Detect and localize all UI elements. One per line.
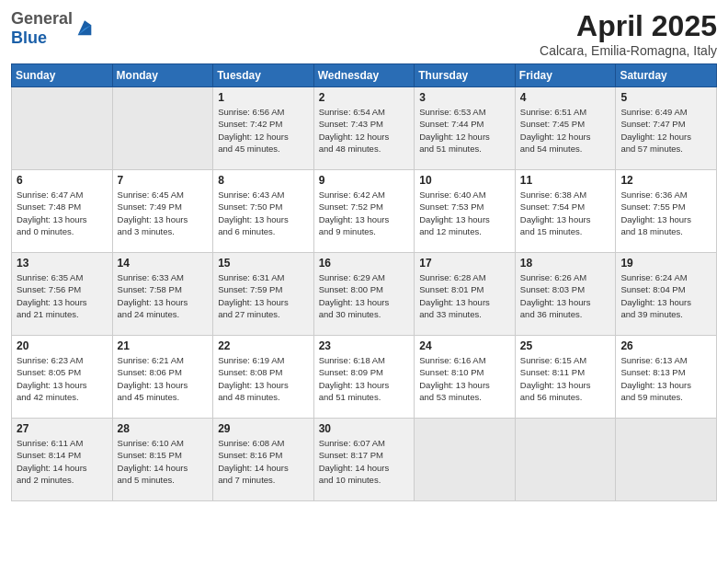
- day-number: 10: [419, 174, 510, 187]
- weekday-header-wednesday: Wednesday: [313, 64, 415, 87]
- calendar-cell: 8Sunrise: 6:43 AM Sunset: 7:50 PM Daylig…: [213, 170, 314, 253]
- day-info: Sunrise: 6:24 AM Sunset: 8:04 PM Dayligh…: [620, 271, 711, 320]
- day-info: Sunrise: 6:51 AM Sunset: 7:45 PM Dayligh…: [520, 106, 611, 155]
- weekday-header-friday: Friday: [515, 64, 616, 87]
- day-number: 9: [319, 174, 410, 187]
- weekday-header-thursday: Thursday: [415, 64, 516, 87]
- day-info: Sunrise: 6:56 AM Sunset: 7:42 PM Dayligh…: [218, 106, 309, 155]
- calendar-cell: 18Sunrise: 6:26 AM Sunset: 8:03 PM Dayli…: [515, 253, 616, 336]
- day-number: 26: [620, 339, 711, 352]
- day-number: 20: [17, 339, 108, 352]
- day-info: Sunrise: 6:49 AM Sunset: 7:47 PM Dayligh…: [620, 106, 711, 155]
- week-row-2: 6Sunrise: 6:47 AM Sunset: 7:48 PM Daylig…: [12, 170, 717, 253]
- day-number: 24: [419, 339, 510, 352]
- day-info: Sunrise: 6:47 AM Sunset: 7:48 PM Dayligh…: [17, 189, 108, 237]
- day-number: 22: [218, 339, 309, 352]
- week-row-3: 13Sunrise: 6:35 AM Sunset: 7:56 PM Dayli…: [12, 253, 717, 336]
- day-info: Sunrise: 6:21 AM Sunset: 8:06 PM Dayligh…: [118, 354, 209, 403]
- calendar-cell: 15Sunrise: 6:31 AM Sunset: 7:59 PM Dayli…: [213, 253, 314, 336]
- day-number: 8: [218, 174, 309, 187]
- day-info: Sunrise: 6:23 AM Sunset: 8:05 PM Dayligh…: [17, 354, 108, 403]
- calendar-cell: 17Sunrise: 6:28 AM Sunset: 8:01 PM Dayli…: [415, 253, 516, 336]
- day-info: Sunrise: 6:11 AM Sunset: 8:14 PM Dayligh…: [17, 437, 108, 486]
- calendar-cell: [616, 419, 717, 501]
- day-number: 27: [17, 422, 108, 435]
- logo: General Blue: [11, 9, 95, 48]
- calendar-cell: 25Sunrise: 6:15 AM Sunset: 8:11 PM Dayli…: [515, 336, 616, 419]
- calendar-cell: 7Sunrise: 6:45 AM Sunset: 7:49 PM Daylig…: [112, 170, 213, 253]
- day-info: Sunrise: 6:19 AM Sunset: 8:08 PM Dayligh…: [218, 354, 309, 403]
- month-title: April 2025: [540, 9, 717, 43]
- day-number: 19: [620, 257, 711, 270]
- calendar-cell: 9Sunrise: 6:42 AM Sunset: 7:52 PM Daylig…: [313, 170, 415, 253]
- location-title: Calcara, Emilia-Romagna, Italy: [540, 43, 717, 58]
- calendar-cell: 26Sunrise: 6:13 AM Sunset: 8:13 PM Dayli…: [616, 336, 717, 419]
- day-info: Sunrise: 6:10 AM Sunset: 8:15 PM Dayligh…: [118, 437, 209, 486]
- day-info: Sunrise: 6:15 AM Sunset: 8:11 PM Dayligh…: [520, 354, 611, 403]
- calendar-cell: 27Sunrise: 6:11 AM Sunset: 8:14 PM Dayli…: [12, 419, 113, 501]
- calendar-cell: [415, 419, 516, 501]
- day-info: Sunrise: 6:07 AM Sunset: 8:17 PM Dayligh…: [319, 437, 410, 486]
- day-number: 30: [319, 422, 410, 435]
- weekday-header-tuesday: Tuesday: [213, 64, 314, 87]
- calendar-cell: 14Sunrise: 6:33 AM Sunset: 7:58 PM Dayli…: [112, 253, 213, 336]
- day-number: 1: [218, 91, 309, 104]
- calendar-cell: 19Sunrise: 6:24 AM Sunset: 8:04 PM Dayli…: [616, 253, 717, 336]
- weekday-header-row: SundayMondayTuesdayWednesdayThursdayFrid…: [12, 64, 717, 87]
- day-info: Sunrise: 6:31 AM Sunset: 7:59 PM Dayligh…: [218, 271, 309, 320]
- calendar-cell: [112, 87, 213, 170]
- day-number: 4: [520, 91, 611, 104]
- day-number: 17: [419, 257, 510, 270]
- logo-general: General: [11, 9, 73, 28]
- calendar-cell: 11Sunrise: 6:38 AM Sunset: 7:54 PM Dayli…: [515, 170, 616, 253]
- day-number: 5: [620, 91, 711, 104]
- week-row-4: 20Sunrise: 6:23 AM Sunset: 8:05 PM Dayli…: [12, 336, 717, 419]
- day-info: Sunrise: 6:40 AM Sunset: 7:53 PM Dayligh…: [419, 189, 510, 237]
- week-row-1: 1Sunrise: 6:56 AM Sunset: 7:42 PM Daylig…: [12, 87, 717, 170]
- day-number: 14: [118, 257, 209, 270]
- day-number: 2: [319, 91, 410, 104]
- day-number: 3: [419, 91, 510, 104]
- weekday-header-monday: Monday: [112, 64, 213, 87]
- calendar-cell: 1Sunrise: 6:56 AM Sunset: 7:42 PM Daylig…: [213, 87, 314, 170]
- calendar-cell: 5Sunrise: 6:49 AM Sunset: 7:47 PM Daylig…: [616, 87, 717, 170]
- day-number: 6: [17, 174, 108, 187]
- calendar-cell: 23Sunrise: 6:18 AM Sunset: 8:09 PM Dayli…: [313, 336, 415, 419]
- week-row-5: 27Sunrise: 6:11 AM Sunset: 8:14 PM Dayli…: [12, 419, 717, 501]
- calendar-cell: 24Sunrise: 6:16 AM Sunset: 8:10 PM Dayli…: [415, 336, 516, 419]
- day-number: 28: [118, 422, 209, 435]
- calendar-cell: [515, 419, 616, 501]
- calendar-container: General Blue April 2025 Calcara, Emilia-…: [0, 0, 728, 563]
- day-info: Sunrise: 6:08 AM Sunset: 8:16 PM Dayligh…: [218, 437, 309, 486]
- day-info: Sunrise: 6:13 AM Sunset: 8:13 PM Dayligh…: [620, 354, 711, 403]
- day-info: Sunrise: 6:26 AM Sunset: 8:03 PM Dayligh…: [520, 271, 611, 320]
- calendar-cell: 30Sunrise: 6:07 AM Sunset: 8:17 PM Dayli…: [313, 419, 415, 501]
- day-number: 15: [218, 257, 309, 270]
- day-number: 13: [17, 257, 108, 270]
- calendar-cell: 21Sunrise: 6:21 AM Sunset: 8:06 PM Dayli…: [112, 336, 213, 419]
- calendar-cell: 28Sunrise: 6:10 AM Sunset: 8:15 PM Dayli…: [112, 419, 213, 501]
- logo-icon: [74, 18, 95, 39]
- weekday-header-sunday: Sunday: [12, 64, 113, 87]
- day-number: 23: [319, 339, 410, 352]
- day-number: 25: [520, 339, 611, 352]
- day-info: Sunrise: 6:38 AM Sunset: 7:54 PM Dayligh…: [520, 189, 611, 237]
- calendar-cell: 3Sunrise: 6:53 AM Sunset: 7:44 PM Daylig…: [415, 87, 516, 170]
- day-info: Sunrise: 6:36 AM Sunset: 7:55 PM Dayligh…: [620, 189, 711, 237]
- calendar-cell: 20Sunrise: 6:23 AM Sunset: 8:05 PM Dayli…: [12, 336, 113, 419]
- calendar-cell: 6Sunrise: 6:47 AM Sunset: 7:48 PM Daylig…: [12, 170, 113, 253]
- day-info: Sunrise: 6:28 AM Sunset: 8:01 PM Dayligh…: [419, 271, 510, 320]
- day-number: 16: [319, 257, 410, 270]
- calendar-cell: 22Sunrise: 6:19 AM Sunset: 8:08 PM Dayli…: [213, 336, 314, 419]
- day-info: Sunrise: 6:54 AM Sunset: 7:43 PM Dayligh…: [319, 106, 410, 155]
- calendar-cell: 10Sunrise: 6:40 AM Sunset: 7:53 PM Dayli…: [415, 170, 516, 253]
- day-info: Sunrise: 6:29 AM Sunset: 8:00 PM Dayligh…: [319, 271, 410, 320]
- calendar-cell: 16Sunrise: 6:29 AM Sunset: 8:00 PM Dayli…: [313, 253, 415, 336]
- calendar-cell: [12, 87, 113, 170]
- day-info: Sunrise: 6:35 AM Sunset: 7:56 PM Dayligh…: [17, 271, 108, 320]
- calendar-cell: 4Sunrise: 6:51 AM Sunset: 7:45 PM Daylig…: [515, 87, 616, 170]
- day-info: Sunrise: 6:42 AM Sunset: 7:52 PM Dayligh…: [319, 189, 410, 237]
- svg-marker-0: [78, 20, 92, 35]
- calendar-table: SundayMondayTuesdayWednesdayThursdayFrid…: [11, 63, 717, 501]
- header: General Blue April 2025 Calcara, Emilia-…: [11, 9, 717, 58]
